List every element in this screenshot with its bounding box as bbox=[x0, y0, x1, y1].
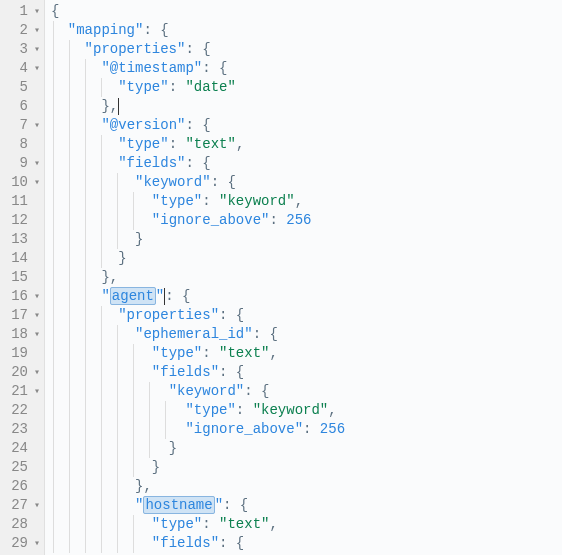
line-number: 18 bbox=[8, 325, 28, 344]
code-line[interactable]: "fields": { bbox=[51, 154, 562, 173]
code-line[interactable]: "fields": { bbox=[51, 363, 562, 382]
fold-icon[interactable]: ▾ bbox=[30, 173, 40, 192]
indent-guide bbox=[117, 211, 118, 230]
code-text bbox=[51, 98, 101, 114]
code-line[interactable]: "ignore_above": 256 bbox=[51, 211, 562, 230]
code-line[interactable]: }, bbox=[51, 97, 562, 116]
code-line[interactable]: "type": "keyword", bbox=[51, 192, 562, 211]
code-line[interactable]: "hostname": { bbox=[51, 496, 562, 515]
code-line[interactable]: } bbox=[51, 230, 562, 249]
indent-guide bbox=[69, 116, 70, 135]
code-line[interactable]: } bbox=[51, 249, 562, 268]
indent-guide bbox=[69, 173, 70, 192]
code-editor[interactable]: 1▾2▾3▾4▾567▾89▾10▾111213141516▾17▾18▾192… bbox=[0, 0, 562, 555]
indent-guide bbox=[53, 287, 54, 306]
gutter-line: 12 bbox=[8, 211, 40, 230]
indent-guide bbox=[53, 401, 54, 420]
code-line[interactable]: "type": "text", bbox=[51, 515, 562, 534]
indent-guide bbox=[117, 192, 118, 211]
token-key: agent bbox=[110, 287, 156, 305]
fold-icon[interactable]: ▾ bbox=[30, 154, 40, 173]
token-punc: : bbox=[202, 193, 219, 209]
indent-guide bbox=[53, 344, 54, 363]
code-line[interactable]: "agent": { bbox=[51, 287, 562, 306]
code-line[interactable]: "ignore_above": 256 bbox=[51, 420, 562, 439]
fold-icon[interactable]: ▾ bbox=[30, 382, 40, 401]
fold-icon[interactable]: ▾ bbox=[30, 496, 40, 515]
gutter-line: 11 bbox=[8, 192, 40, 211]
indent-guide bbox=[117, 458, 118, 477]
line-number: 28 bbox=[8, 515, 28, 534]
code-line[interactable]: } bbox=[51, 458, 562, 477]
text-cursor bbox=[118, 98, 119, 115]
token-key: "@version" bbox=[101, 117, 185, 133]
indent-guide bbox=[85, 116, 86, 135]
indent-guide bbox=[101, 78, 102, 97]
fold-icon[interactable]: ▾ bbox=[30, 534, 40, 553]
indent-guide bbox=[85, 154, 86, 173]
code-line[interactable]: }, bbox=[51, 268, 562, 287]
indent-guide bbox=[85, 97, 86, 116]
code-text bbox=[51, 60, 101, 76]
indent-guide bbox=[101, 211, 102, 230]
indent-guide bbox=[101, 344, 102, 363]
line-number: 26 bbox=[8, 477, 28, 496]
code-line[interactable]: "@timestamp": { bbox=[51, 59, 562, 78]
indent-guide bbox=[133, 211, 134, 230]
line-number: 21 bbox=[8, 382, 28, 401]
indent-guide bbox=[53, 382, 54, 401]
code-line[interactable]: "type": "text", bbox=[51, 344, 562, 363]
code-line[interactable]: "mapping": { bbox=[51, 21, 562, 40]
fold-icon[interactable]: ▾ bbox=[30, 363, 40, 382]
code-area[interactable]: { "mapping": { "properties": { "@timesta… bbox=[45, 0, 562, 555]
code-line[interactable]: "properties": { bbox=[51, 40, 562, 59]
gutter-line: 6 bbox=[8, 97, 40, 116]
fold-icon[interactable]: ▾ bbox=[30, 306, 40, 325]
code-line[interactable]: "keyword": { bbox=[51, 382, 562, 401]
fold-icon[interactable]: ▾ bbox=[30, 2, 40, 21]
line-number: 5 bbox=[8, 78, 28, 97]
fold-icon[interactable]: ▾ bbox=[30, 116, 40, 135]
gutter-line: 16▾ bbox=[8, 287, 40, 306]
token-key: hostname bbox=[143, 496, 214, 514]
token-punc: , bbox=[328, 402, 336, 418]
indent-guide bbox=[69, 420, 70, 439]
code-line[interactable]: "keyword": { bbox=[51, 173, 562, 192]
fold-icon[interactable]: ▾ bbox=[30, 59, 40, 78]
fold-icon[interactable]: ▾ bbox=[30, 287, 40, 306]
code-text bbox=[51, 41, 85, 57]
token-punc: } bbox=[118, 250, 126, 266]
token-key: "type" bbox=[118, 136, 168, 152]
token-punc: : bbox=[269, 212, 286, 228]
token-punc: } bbox=[169, 440, 177, 456]
indent-guide bbox=[85, 344, 86, 363]
indent-guide bbox=[85, 249, 86, 268]
indent-guide bbox=[69, 59, 70, 78]
fold-icon[interactable]: ▾ bbox=[30, 40, 40, 59]
code-line[interactable]: { bbox=[51, 2, 562, 21]
indent-guide bbox=[53, 211, 54, 230]
token-key: "keyword" bbox=[135, 174, 211, 190]
code-line[interactable]: "fields": { bbox=[51, 534, 562, 553]
gutter-line: 18▾ bbox=[8, 325, 40, 344]
code-line[interactable]: "ephemeral_id": { bbox=[51, 325, 562, 344]
indent-guide bbox=[69, 515, 70, 534]
indent-guide bbox=[85, 287, 86, 306]
code-line[interactable]: "@version": { bbox=[51, 116, 562, 135]
code-line[interactable]: } bbox=[51, 439, 562, 458]
code-line[interactable]: }, bbox=[51, 477, 562, 496]
token-key: "ephemeral_id" bbox=[135, 326, 253, 342]
code-line[interactable]: "type": "keyword", bbox=[51, 401, 562, 420]
token-punc: : bbox=[169, 79, 186, 95]
indent-guide bbox=[85, 173, 86, 192]
code-line[interactable]: "properties": { bbox=[51, 306, 562, 325]
indent-guide bbox=[85, 401, 86, 420]
indent-guide bbox=[69, 458, 70, 477]
line-number: 13 bbox=[8, 230, 28, 249]
code-line[interactable]: "type": "date" bbox=[51, 78, 562, 97]
fold-icon[interactable]: ▾ bbox=[30, 325, 40, 344]
fold-icon[interactable]: ▾ bbox=[30, 21, 40, 40]
code-line[interactable]: "type": "text", bbox=[51, 135, 562, 154]
token-key: "mapping" bbox=[68, 22, 144, 38]
indent-guide bbox=[85, 515, 86, 534]
